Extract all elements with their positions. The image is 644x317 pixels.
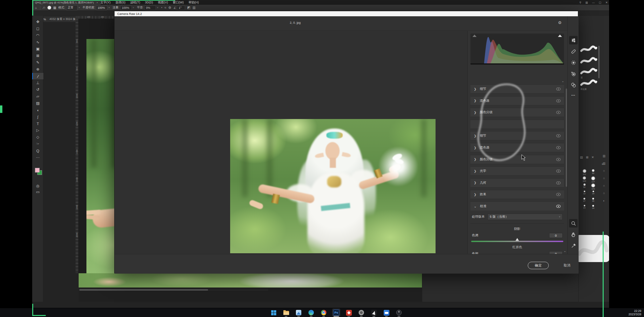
- histogram[interactable]: [470, 34, 564, 65]
- start-icon[interactable]: [269, 309, 278, 317]
- brush-preset-stroke[interactable]: [580, 45, 598, 53]
- option-value[interactable]: 100%: [120, 5, 132, 10]
- calibration-eye-icon[interactable]: [556, 205, 561, 208]
- crop-tool[interactable]: ▣: [32, 46, 43, 52]
- menu-item-窗口[interactable]: 窗口(W): [170, 1, 186, 4]
- acr-panel-几何[interactable]: ❯几何: [470, 178, 564, 187]
- file-explorer-icon[interactable]: [282, 309, 290, 317]
- presets-tool-icon[interactable]: [569, 81, 578, 89]
- menu-item-视图[interactable]: 视图(V): [156, 1, 170, 4]
- dock-side-icon[interactable]: ▥: [603, 154, 606, 158]
- camera-app-icon[interactable]: [357, 309, 365, 317]
- healing-tool-icon[interactable]: [569, 47, 578, 56]
- zoom-tool[interactable]: Q: [32, 147, 43, 154]
- more-tools[interactable]: ⋯: [32, 154, 43, 161]
- calibration-header[interactable]: ⌄ 校准: [470, 201, 564, 211]
- option-value[interactable]: 100%: [96, 5, 107, 10]
- brush-tool[interactable]: ∕: [32, 73, 43, 79]
- chrome-icon[interactable]: [320, 309, 328, 317]
- ok-button[interactable]: 确定: [528, 262, 549, 269]
- pressure-size-icon[interactable]: ◩: [187, 6, 190, 9]
- scroll-up-icon[interactable]: ⌃: [562, 81, 564, 84]
- home-icon[interactable]: ⌂: [35, 6, 37, 9]
- acr-panel-细节[interactable]: ❯细节: [470, 84, 564, 94]
- scroll-down-icon[interactable]: ⌄: [564, 250, 566, 253]
- option-value[interactable]: 正常: [66, 5, 78, 11]
- brush-tip-item[interactable]: 60: [589, 169, 597, 174]
- process-version-select[interactable]: 5 版（当前） ˅: [487, 214, 563, 220]
- quick-select-tool[interactable]: ∿: [32, 39, 43, 45]
- recorder-dial-app-icon[interactable]: [395, 309, 403, 317]
- brush-tip-item[interactable]: 14: [581, 205, 588, 209]
- menu-item-帮助[interactable]: 帮助(H): [186, 1, 201, 4]
- slider-track-色调[interactable]: [471, 241, 563, 242]
- panel-scrollbar[interactable]: [566, 88, 567, 187]
- brush-tip-item[interactable]: 12: [581, 191, 588, 195]
- ruler-origin[interactable]: [76, 16, 79, 19]
- panel-eye-icon[interactable]: [556, 99, 561, 102]
- dock-side-icon[interactable]: ○: [603, 169, 605, 173]
- image-preview-area[interactable]: 适应（47%） 30% ˅: [115, 31, 467, 254]
- history-brush-tool[interactable]: ↺: [32, 86, 43, 93]
- frame-tool[interactable]: ⊠: [32, 53, 43, 59]
- dock-side-icon[interactable]: ▥: [603, 162, 606, 165]
- delete-icon[interactable]: ✕: [591, 156, 594, 159]
- quick-mask-icon[interactable]: ◎: [32, 183, 43, 189]
- hand-tool[interactable]: ☞: [32, 141, 43, 147]
- panel-eye-icon[interactable]: [556, 170, 561, 173]
- settings-gear-icon[interactable]: ⚙: [168, 6, 172, 9]
- close-icon[interactable]: ✕: [605, 1, 608, 4]
- panel-eye-icon[interactable]: [556, 158, 561, 161]
- minimize-icon[interactable]: —: [592, 1, 595, 4]
- panel-eye-icon[interactable]: [556, 181, 561, 184]
- brush-tip-item[interactable]: 24: [589, 205, 597, 209]
- brush-angle-field[interactable]: ∠ 1°: [174, 5, 185, 10]
- cloud-blue-app-icon[interactable]: [382, 309, 390, 317]
- airbrush-icon[interactable]: ≈: [164, 6, 166, 9]
- brush-tip-item[interactable]: 100: [581, 176, 588, 182]
- acr-panel-细节[interactable]: ❯细节: [470, 131, 564, 140]
- acr-panel-颜色分级[interactable]: ❯颜色分级: [470, 108, 564, 117]
- panel-eye-icon[interactable]: [556, 193, 561, 196]
- brush-tip-item[interactable]: 27: [581, 198, 588, 202]
- brush-tip-item[interactable]: 112: [581, 169, 588, 175]
- photos-icon[interactable]: [295, 309, 303, 317]
- camera-raw-titlebar[interactable]: Camera Raw 14.2: [115, 11, 578, 16]
- brush-tip-item[interactable]: 35: [589, 198, 597, 202]
- red-eye-tool-icon[interactable]: [569, 70, 578, 78]
- shadow-clipping-icon[interactable]: [472, 35, 477, 37]
- acr-panel-混色器[interactable]: ❯混色器: [470, 96, 564, 105]
- sampler-tool-icon[interactable]: [569, 241, 578, 250]
- document-tab[interactable]: QHQ_0971.jpg @ 41%(颜色查找 1, 图层RGB/8*) ×: [32, 0, 101, 5]
- menu-item-滤镜[interactable]: 滤镜(T): [128, 1, 143, 4]
- tab-close-icon[interactable]: ×: [97, 1, 98, 4]
- adobe-red-app-icon[interactable]: [345, 309, 353, 317]
- pressure-opacity-icon[interactable]: ◔: [160, 6, 162, 9]
- brush-panel-toggle-icon[interactable]: ▦: [53, 6, 56, 9]
- new-item-icon[interactable]: ⊞: [586, 156, 589, 159]
- editor-dark-app-icon[interactable]: [370, 309, 378, 317]
- brush-preset-stroke[interactable]: [580, 79, 598, 87]
- highlight-clipping-icon[interactable]: [558, 35, 562, 37]
- type-tool[interactable]: T: [32, 120, 43, 127]
- eyedropper-tool[interactable]: ✎: [32, 59, 43, 66]
- healing-tool[interactable]: ⊕: [32, 66, 43, 73]
- edge-icon[interactable]: [307, 309, 315, 317]
- folder-icon[interactable]: ▤: [580, 156, 583, 159]
- shape-tool[interactable]: ◇: [32, 134, 43, 140]
- gradient-tool[interactable]: ▨: [32, 100, 43, 106]
- foreground-color-swatch[interactable]: [35, 168, 40, 173]
- brush-tip-item[interactable]: 19: [589, 191, 597, 195]
- lasso-tool[interactable]: ◠: [32, 32, 43, 39]
- brush-preset-stroke[interactable]: [580, 67, 598, 76]
- dock-side-icon[interactable]: ○: [603, 177, 605, 180]
- brush-tip-icon[interactable]: [47, 6, 51, 9]
- move-tool[interactable]: ✥: [32, 19, 43, 25]
- slider-value[interactable]: 0: [549, 233, 563, 238]
- option-field-1[interactable]: 不透明度:100%˅: [83, 5, 110, 10]
- acr-panel-颜色分级[interactable]: ❯颜色分级: [470, 155, 564, 164]
- pen-tool[interactable]: ∫: [32, 114, 43, 120]
- photoshop-icon[interactable]: Ps: [332, 309, 340, 317]
- dodge-tool[interactable]: ◖: [32, 107, 43, 113]
- path-select-tool[interactable]: ▷: [32, 127, 43, 134]
